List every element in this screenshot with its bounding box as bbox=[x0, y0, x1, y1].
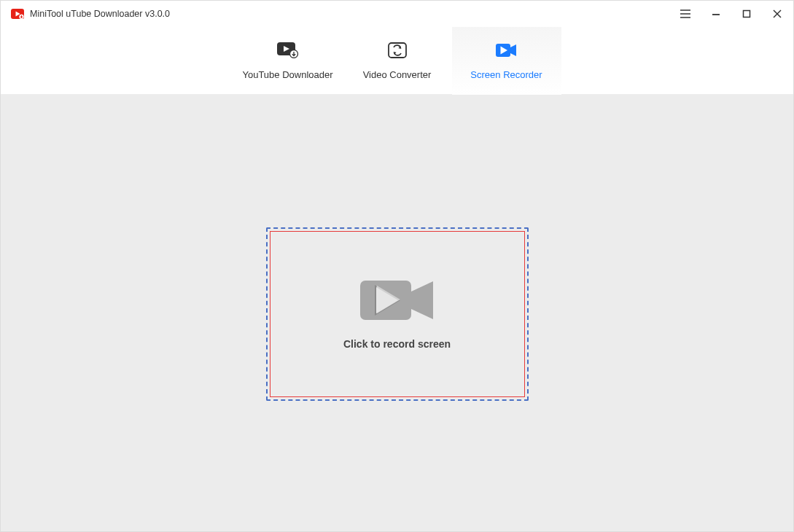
menu-button[interactable] bbox=[678, 7, 693, 21]
main-content: Click to record screen bbox=[1, 95, 793, 532]
video-converter-icon bbox=[386, 42, 408, 59]
titlebar-left: MiniTool uTube Downloader v3.0.0 bbox=[11, 7, 170, 20]
screen-recorder-icon bbox=[496, 42, 518, 59]
tab-screen-recorder[interactable]: Screen Recorder bbox=[452, 27, 561, 95]
record-prompt-text: Click to record screen bbox=[343, 338, 451, 350]
tab-label: Screen Recorder bbox=[470, 69, 542, 80]
svg-rect-6 bbox=[744, 11, 750, 17]
app-logo-icon bbox=[11, 7, 24, 20]
app-title: MiniTool uTube Downloader v3.0.0 bbox=[30, 9, 170, 19]
tab-video-converter[interactable]: Video Converter bbox=[343, 27, 452, 95]
maximize-button[interactable] bbox=[739, 7, 754, 21]
record-content[interactable]: Click to record screen bbox=[273, 235, 521, 394]
tab-youtube-downloader[interactable]: YouTube Downloader bbox=[233, 27, 343, 95]
tabs-container: YouTube Downloader Video Converter Scree… bbox=[1, 27, 793, 95]
record-area[interactable]: Click to record screen bbox=[266, 227, 529, 401]
titlebar: MiniTool uTube Downloader v3.0.0 bbox=[1, 1, 793, 27]
tab-label: Video Converter bbox=[363, 69, 432, 80]
close-button[interactable] bbox=[770, 7, 785, 21]
youtube-downloader-icon bbox=[277, 42, 299, 59]
titlebar-controls bbox=[678, 1, 785, 27]
camera-record-icon bbox=[360, 278, 435, 322]
tab-label: YouTube Downloader bbox=[242, 69, 332, 80]
minimize-button[interactable] bbox=[709, 7, 723, 21]
